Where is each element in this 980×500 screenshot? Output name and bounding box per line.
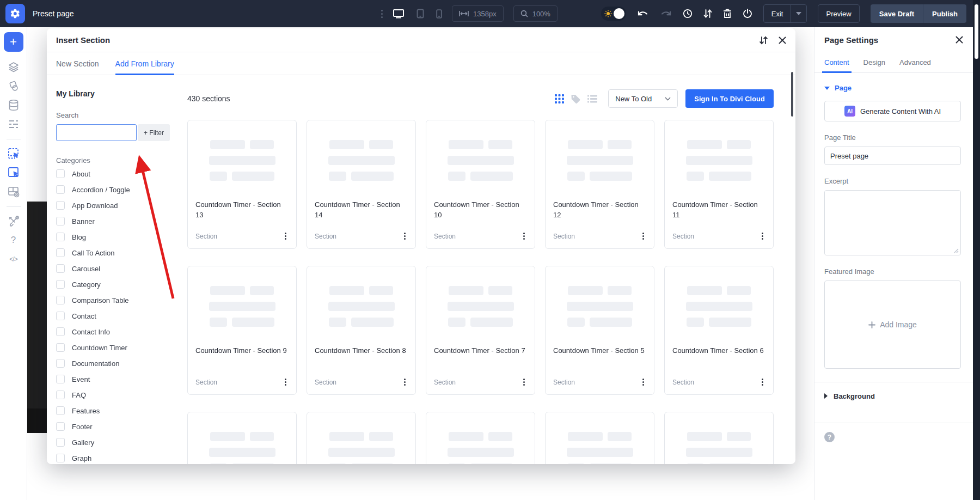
sort-order-select[interactable]: New To Old [608, 89, 678, 108]
add-module-button[interactable]: + [4, 32, 23, 52]
generate-ai-button[interactable]: AI Generate Content With AI [824, 101, 961, 121]
category-item[interactable]: Graph [56, 454, 176, 462]
category-item[interactable]: Category [56, 280, 176, 289]
category-item[interactable]: Blog [56, 233, 176, 241]
design-presets-icon[interactable] [7, 80, 20, 93]
card-menu-icon[interactable] [521, 230, 527, 242]
exit-button[interactable]: Exit [764, 5, 791, 22]
background-section-toggle[interactable]: Background [824, 382, 961, 410]
toolbar-drag-handle[interactable] [381, 10, 383, 18]
card-menu-icon[interactable] [640, 376, 646, 388]
category-item[interactable]: Banner [56, 217, 176, 225]
page-layout-settings-icon[interactable] [7, 185, 20, 198]
card-menu-icon[interactable] [640, 230, 646, 242]
portability-power-icon[interactable] [743, 9, 752, 19]
category-checkbox[interactable] [56, 359, 65, 368]
exit-dropdown-chevron[interactable] [791, 5, 806, 22]
category-item[interactable]: Call To Action [56, 248, 176, 257]
section-card[interactable]: Countdown Timer - Section 12 Section [545, 120, 654, 249]
panel-help-icon[interactable]: ? [824, 432, 835, 442]
history-icon[interactable] [683, 9, 693, 19]
sign-in-divi-cloud-button[interactable]: Sign In To Divi Cloud [685, 89, 774, 108]
section-card[interactable]: Countdown Timer - Section 14 Section [307, 120, 416, 249]
phone-view-icon[interactable] [436, 9, 442, 19]
zoom-control[interactable]: 100% [513, 5, 558, 22]
card-menu-icon[interactable] [402, 230, 408, 242]
section-card[interactable]: Countdown Timer - Section 5 Section [545, 266, 654, 395]
search-input[interactable] [56, 124, 137, 141]
section-card[interactable]: Countdown Timer - Section 7 Section [426, 266, 535, 395]
tag-view-icon[interactable] [571, 94, 581, 103]
section-card[interactable]: Countdown Timer - Section 9 Section [187, 266, 297, 395]
category-item[interactable]: Gallery [56, 438, 176, 447]
help-icon[interactable]: ? [7, 234, 20, 247]
category-item[interactable]: Comparison Table [56, 296, 176, 304]
category-item[interactable]: About [56, 169, 176, 178]
tab-advanced[interactable]: Advanced [899, 52, 931, 72]
category-checkbox[interactable] [56, 391, 65, 399]
publish-button[interactable]: Publish [923, 4, 966, 23]
field-list-icon[interactable] [7, 118, 20, 131]
code-icon[interactable]: </> [7, 253, 20, 266]
category-item[interactable]: Footer [56, 422, 176, 431]
grid-view-icon[interactable] [555, 94, 564, 103]
redo-icon[interactable] [660, 10, 672, 17]
page-settings-gear-button[interactable] [5, 4, 25, 23]
category-item[interactable]: Contact [56, 312, 176, 320]
tab-new-section[interactable]: New Section [56, 52, 99, 75]
sort-layers-icon[interactable] [703, 9, 712, 19]
window-scrollbar-thumb[interactable] [975, 4, 978, 59]
category-checkbox[interactable] [56, 217, 65, 225]
category-checkbox[interactable] [56, 233, 65, 241]
category-checkbox[interactable] [56, 312, 65, 320]
category-checkbox[interactable] [56, 248, 65, 257]
section-card-partial[interactable] [426, 412, 535, 464]
category-checkbox[interactable] [56, 406, 65, 415]
category-checkbox[interactable] [56, 422, 65, 431]
hover-mode-icon[interactable] [7, 147, 20, 160]
layers-icon[interactable] [7, 60, 20, 74]
section-card-partial[interactable] [545, 412, 654, 464]
modal-scrollbar-thumb[interactable] [791, 72, 793, 117]
tools-icon[interactable] [7, 215, 20, 228]
category-item[interactable]: Accordion / Toggle [56, 185, 176, 194]
tab-content[interactable]: Content [824, 52, 849, 72]
preview-button[interactable]: Preview [818, 5, 859, 22]
card-menu-icon[interactable] [521, 376, 527, 388]
category-checkbox[interactable] [56, 280, 65, 289]
desktop-view-icon[interactable] [393, 9, 405, 19]
resize-grip-icon[interactable] [953, 248, 959, 253]
category-item[interactable]: App Download [56, 201, 176, 210]
filter-button[interactable]: + Filter [138, 124, 170, 141]
modal-sort-icon[interactable] [759, 36, 768, 45]
category-checkbox[interactable] [56, 201, 65, 210]
category-item[interactable]: Contact Info [56, 327, 176, 336]
category-checkbox[interactable] [56, 375, 65, 383]
save-draft-button[interactable]: Save Draft [871, 4, 923, 23]
category-checkbox[interactable] [56, 169, 65, 178]
page-title-input[interactable] [824, 147, 961, 165]
card-menu-icon[interactable] [402, 376, 408, 388]
add-image-dropzone[interactable]: Add Image [824, 281, 961, 369]
category-item[interactable]: FAQ [56, 391, 176, 399]
category-checkbox[interactable] [56, 185, 65, 194]
card-menu-icon[interactable] [283, 230, 289, 242]
tablet-view-icon[interactable] [416, 9, 424, 19]
builder-mode-toggle[interactable] [601, 7, 626, 21]
category-item[interactable]: Features [56, 406, 176, 415]
category-checkbox[interactable] [56, 454, 65, 462]
category-item[interactable]: Event [56, 375, 176, 383]
category-checkbox[interactable] [56, 296, 65, 304]
category-checkbox[interactable] [56, 327, 65, 336]
category-checkbox[interactable] [56, 264, 65, 273]
category-checkbox[interactable] [56, 438, 65, 447]
window-scrollbar[interactable] [973, 0, 980, 500]
click-mode-icon[interactable] [7, 166, 20, 179]
card-menu-icon[interactable] [759, 230, 765, 242]
section-card-partial[interactable] [664, 412, 774, 464]
viewport-width-control[interactable]: 1358px [452, 5, 504, 22]
panel-close-icon[interactable] [955, 36, 963, 44]
category-item[interactable]: Carousel [56, 264, 176, 273]
section-card[interactable]: Countdown Timer - Section 6 Section [664, 266, 774, 395]
trash-icon[interactable] [723, 9, 732, 19]
